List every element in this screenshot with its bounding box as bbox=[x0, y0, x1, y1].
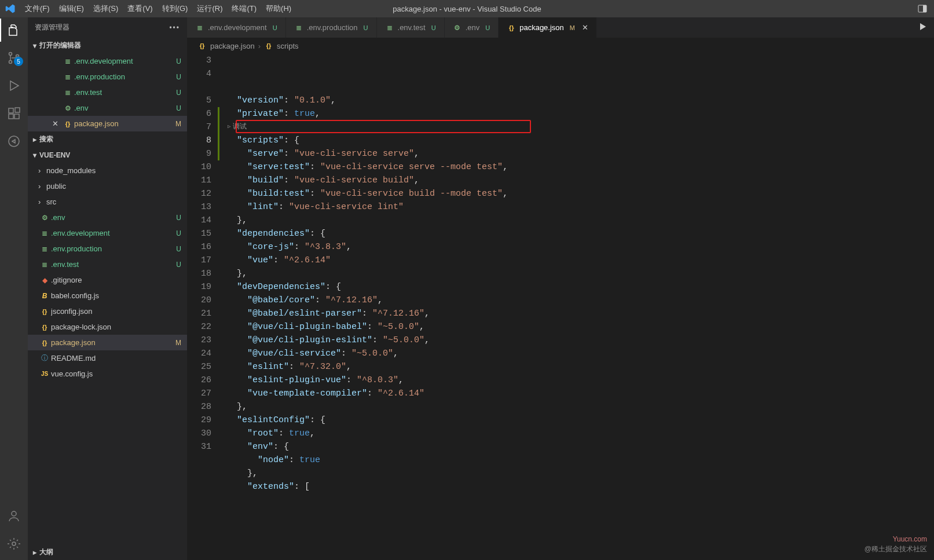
settings-gear-icon[interactable] bbox=[7, 537, 21, 551]
code-line[interactable]: "build": "vue-cli-service build", bbox=[226, 174, 934, 187]
git-status: U bbox=[170, 73, 181, 81]
file-item[interactable]: ◆.gitignore bbox=[28, 272, 187, 288]
file-label: .env.development bbox=[51, 229, 170, 237]
chevron-right-icon: › bbox=[38, 197, 46, 206]
git-status: U bbox=[170, 89, 181, 97]
code-line[interactable]: "build:test": "vue-cli-service build --m… bbox=[226, 187, 934, 200]
code-line[interactable]: }, bbox=[226, 267, 934, 280]
search-section[interactable]: ▸ 搜索 bbox=[28, 131, 187, 147]
open-editor-item[interactable]: ≣.env.productionU bbox=[28, 69, 187, 85]
sidebar-title: 资源管理器 bbox=[35, 23, 69, 32]
menu-item[interactable]: 运行(R) bbox=[192, 0, 227, 17]
close-icon[interactable]: ✕ bbox=[49, 119, 61, 128]
tab-label: package.json bbox=[519, 23, 564, 32]
code-line[interactable]: "version": "0.1.0", bbox=[226, 94, 934, 107]
json-icon: {} bbox=[197, 41, 207, 50]
code-line[interactable]: "eslint": "^7.32.0", bbox=[226, 360, 934, 374]
code-line[interactable]: "@babel/eslint-parser": "^7.12.16", bbox=[226, 307, 934, 320]
close-icon[interactable]: ✕ bbox=[582, 23, 588, 32]
file-item[interactable]: Bbabel.config.js bbox=[28, 288, 187, 303]
code-line[interactable]: }, bbox=[226, 400, 934, 413]
run-action-icon[interactable] bbox=[918, 22, 927, 33]
menu-bar: 文件(F)编辑(E)选择(S)查看(V)转到(G)运行(R)终端(T)帮助(H) bbox=[20, 0, 296, 17]
file-label: package.json bbox=[74, 119, 170, 128]
menu-item[interactable]: 查看(V) bbox=[123, 0, 157, 17]
menu-item[interactable]: 文件(F) bbox=[20, 0, 54, 17]
folder-item[interactable]: ›src bbox=[28, 194, 187, 210]
source-control-icon[interactable]: 5 bbox=[7, 51, 21, 65]
code-line[interactable]: "vue-template-compiler": "^2.6.14" bbox=[226, 387, 934, 400]
menu-item[interactable]: 终端(T) bbox=[227, 0, 261, 17]
run-debug-icon[interactable] bbox=[7, 79, 21, 93]
editor-tab[interactable]: ≣.env.developmentU bbox=[187, 17, 286, 38]
code-line[interactable]: "scripts": { bbox=[226, 134, 934, 147]
code-line[interactable]: }, bbox=[226, 467, 934, 480]
sidebar-more-icon[interactable]: ••• bbox=[169, 24, 180, 32]
open-editor-item[interactable]: ≣.env.testU bbox=[28, 85, 187, 100]
editor-tab[interactable]: ≣.env.testU bbox=[377, 17, 445, 38]
file-item[interactable]: {}package.jsonM bbox=[28, 335, 187, 350]
folder-item[interactable]: ›node_modules bbox=[28, 163, 187, 178]
open-editor-item[interactable]: ⚙.envU bbox=[28, 100, 187, 116]
file-lines-icon: ≣ bbox=[40, 244, 49, 254]
editor-tab[interactable]: {}package.jsonM✕ bbox=[499, 17, 597, 38]
tab-status: M bbox=[570, 24, 575, 31]
file-label: babel.config.js bbox=[51, 291, 170, 300]
file-label: jsconfig.json bbox=[51, 307, 170, 316]
menu-item[interactable]: 编辑(E) bbox=[54, 0, 89, 17]
code-line[interactable]: }, bbox=[226, 214, 934, 227]
live-share-icon[interactable] bbox=[7, 134, 21, 148]
open-editor-item[interactable]: ≣.env.developmentU bbox=[28, 53, 187, 69]
open-editor-item[interactable]: ✕{}package.jsonM bbox=[28, 116, 187, 131]
file-item[interactable]: ≣.env.testU bbox=[28, 257, 187, 272]
file-item[interactable]: ≣.env.productionU bbox=[28, 241, 187, 257]
tab-label: .env.test bbox=[398, 23, 426, 32]
code-line[interactable]: "eslint-plugin-vue": "^8.0.3", bbox=[226, 374, 934, 387]
breadcrumb-file: package.json bbox=[210, 42, 255, 50]
layout-toggle-icon[interactable] bbox=[915, 2, 929, 16]
project-section[interactable]: ▾ VUE-ENV bbox=[28, 147, 187, 163]
code-editor[interactable]: 34 5678910111213141516171819202122232425… bbox=[187, 54, 934, 560]
code-line[interactable]: "lint": "vue-cli-service lint" bbox=[226, 200, 934, 214]
menu-item[interactable]: 选择(S) bbox=[89, 0, 123, 17]
code-line[interactable]: "root": true, bbox=[226, 427, 934, 440]
code-line[interactable]: "@babel/core": "^7.12.16", bbox=[226, 294, 934, 307]
file-item[interactable]: {}jsconfig.json bbox=[28, 303, 187, 319]
code-line[interactable]: "extends": [ bbox=[226, 480, 934, 493]
code-line[interactable]: "serve:test": "vue-cli-service serve --m… bbox=[226, 160, 934, 174]
menu-item[interactable]: 转到(G) bbox=[158, 0, 193, 17]
code-line[interactable]: "devDependencies": { bbox=[226, 280, 934, 294]
code-line[interactable]: "core-js": "^3.8.3", bbox=[226, 240, 934, 254]
json-icon: {} bbox=[40, 338, 49, 347]
code-line[interactable]: "vue": "^2.6.14" bbox=[226, 254, 934, 267]
file-item[interactable]: ≣.env.developmentU bbox=[28, 225, 187, 241]
open-editors-section[interactable]: ▾ 打开的编辑器 bbox=[28, 38, 187, 53]
code-line[interactable]: "serve": "vue-cli-service serve", bbox=[226, 147, 934, 160]
menu-item[interactable]: 帮助(H) bbox=[261, 0, 296, 17]
accounts-icon[interactable] bbox=[7, 509, 21, 523]
editor-tab[interactable]: ≣.env.productionU bbox=[286, 17, 377, 38]
code-line[interactable]: "@vue/cli-plugin-eslint": "~5.0.0", bbox=[226, 334, 934, 347]
code-line[interactable]: "private": true, bbox=[226, 107, 934, 120]
file-item[interactable]: JSvue.config.js bbox=[28, 366, 187, 382]
editor-tab[interactable]: ⚙.envU bbox=[445, 17, 499, 38]
explorer-icon[interactable] bbox=[7, 23, 21, 37]
svg-point-9 bbox=[9, 136, 19, 147]
file-lines-icon: ≣ bbox=[40, 260, 49, 269]
code-line[interactable]: "dependencies": { bbox=[226, 227, 934, 240]
file-item[interactable]: {}package-lock.json bbox=[28, 319, 187, 335]
file-item[interactable]: ⓘREADME.md bbox=[28, 350, 187, 366]
play-icon: ▷ bbox=[228, 120, 230, 134]
code-line[interactable]: "@vue/cli-service": "~5.0.0", bbox=[226, 347, 934, 360]
folder-item[interactable]: ›public bbox=[28, 178, 187, 194]
code-line[interactable]: "@vue/cli-plugin-babel": "~5.0.0", bbox=[226, 320, 934, 334]
outline-section[interactable]: ▸ 大纲 bbox=[28, 544, 187, 560]
code-line[interactable]: "node": true bbox=[226, 453, 934, 467]
breadcrumb[interactable]: {} package.json › {} scripts bbox=[187, 38, 934, 54]
file-item[interactable]: ⚙.envU bbox=[28, 210, 187, 225]
codelens-debug[interactable]: ▷调试 bbox=[226, 120, 934, 134]
chevron-right-icon: ▸ bbox=[30, 136, 39, 144]
extensions-icon[interactable] bbox=[7, 107, 21, 120]
code-line[interactable]: "env": { bbox=[226, 440, 934, 453]
code-line[interactable]: "eslintConfig": { bbox=[226, 413, 934, 427]
